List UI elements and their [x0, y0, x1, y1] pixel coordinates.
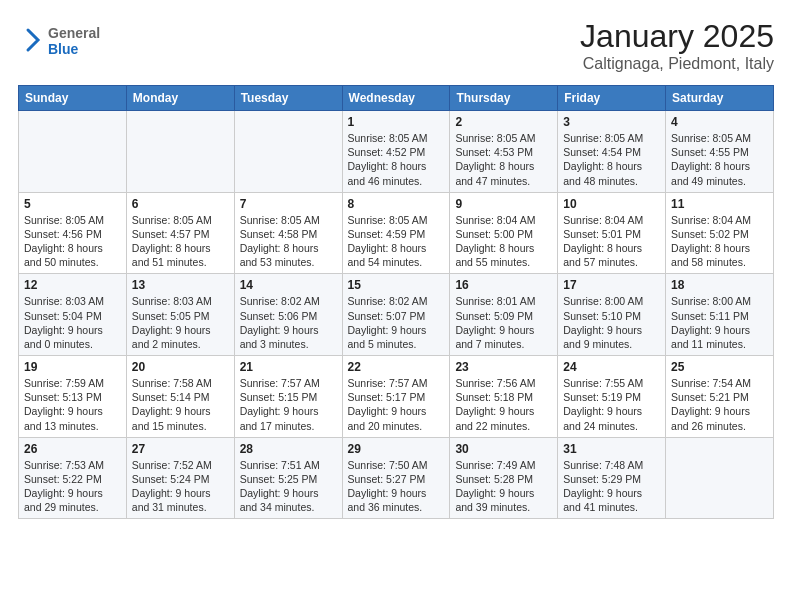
week-row-2: 5Sunrise: 8:05 AMSunset: 4:56 PMDaylight… — [19, 192, 774, 274]
weekday-header-monday: Monday — [126, 86, 234, 111]
day-cell-31: 31Sunrise: 7:48 AMSunset: 5:29 PMDayligh… — [558, 437, 666, 519]
day-number: 15 — [348, 278, 445, 292]
day-number: 12 — [24, 278, 121, 292]
day-info: Sunrise: 7:54 AMSunset: 5:21 PMDaylight:… — [671, 376, 768, 433]
day-cell-24: 24Sunrise: 7:55 AMSunset: 5:19 PMDayligh… — [558, 356, 666, 438]
day-info: Sunrise: 7:59 AMSunset: 5:13 PMDaylight:… — [24, 376, 121, 433]
day-cell-10: 10Sunrise: 8:04 AMSunset: 5:01 PMDayligh… — [558, 192, 666, 274]
day-number: 28 — [240, 442, 337, 456]
day-cell-4: 4Sunrise: 8:05 AMSunset: 4:55 PMDaylight… — [666, 111, 774, 193]
day-number: 8 — [348, 197, 445, 211]
day-number: 19 — [24, 360, 121, 374]
week-row-5: 26Sunrise: 7:53 AMSunset: 5:22 PMDayligh… — [19, 437, 774, 519]
day-cell-15: 15Sunrise: 8:02 AMSunset: 5:07 PMDayligh… — [342, 274, 450, 356]
day-cell-8: 8Sunrise: 8:05 AMSunset: 4:59 PMDaylight… — [342, 192, 450, 274]
day-number: 18 — [671, 278, 768, 292]
day-info: Sunrise: 7:53 AMSunset: 5:22 PMDaylight:… — [24, 458, 121, 515]
day-info: Sunrise: 8:05 AMSunset: 4:58 PMDaylight:… — [240, 213, 337, 270]
weekday-header-wednesday: Wednesday — [342, 86, 450, 111]
weekday-header-tuesday: Tuesday — [234, 86, 342, 111]
day-cell-30: 30Sunrise: 7:49 AMSunset: 5:28 PMDayligh… — [450, 437, 558, 519]
day-cell-27: 27Sunrise: 7:52 AMSunset: 5:24 PMDayligh… — [126, 437, 234, 519]
empty-cell — [666, 437, 774, 519]
day-cell-1: 1Sunrise: 8:05 AMSunset: 4:52 PMDaylight… — [342, 111, 450, 193]
day-number: 26 — [24, 442, 121, 456]
day-info: Sunrise: 8:05 AMSunset: 4:52 PMDaylight:… — [348, 131, 445, 188]
day-cell-28: 28Sunrise: 7:51 AMSunset: 5:25 PMDayligh… — [234, 437, 342, 519]
day-cell-9: 9Sunrise: 8:04 AMSunset: 5:00 PMDaylight… — [450, 192, 558, 274]
day-info: Sunrise: 7:50 AMSunset: 5:27 PMDaylight:… — [348, 458, 445, 515]
weekday-header-saturday: Saturday — [666, 86, 774, 111]
day-info: Sunrise: 8:01 AMSunset: 5:09 PMDaylight:… — [455, 294, 552, 351]
day-cell-22: 22Sunrise: 7:57 AMSunset: 5:17 PMDayligh… — [342, 356, 450, 438]
day-number: 22 — [348, 360, 445, 374]
day-info: Sunrise: 8:05 AMSunset: 4:53 PMDaylight:… — [455, 131, 552, 188]
logo-svg: General Blue — [18, 18, 128, 62]
day-info: Sunrise: 7:56 AMSunset: 5:18 PMDaylight:… — [455, 376, 552, 433]
week-row-4: 19Sunrise: 7:59 AMSunset: 5:13 PMDayligh… — [19, 356, 774, 438]
day-info: Sunrise: 8:04 AMSunset: 5:02 PMDaylight:… — [671, 213, 768, 270]
weekday-row: SundayMondayTuesdayWednesdayThursdayFrid… — [19, 86, 774, 111]
calendar-header: SundayMondayTuesdayWednesdayThursdayFrid… — [19, 86, 774, 111]
day-number: 17 — [563, 278, 660, 292]
svg-text:General: General — [48, 25, 100, 41]
day-info: Sunrise: 8:04 AMSunset: 5:01 PMDaylight:… — [563, 213, 660, 270]
day-info: Sunrise: 8:04 AMSunset: 5:00 PMDaylight:… — [455, 213, 552, 270]
day-info: Sunrise: 7:57 AMSunset: 5:17 PMDaylight:… — [348, 376, 445, 433]
day-number: 31 — [563, 442, 660, 456]
day-cell-17: 17Sunrise: 8:00 AMSunset: 5:10 PMDayligh… — [558, 274, 666, 356]
title-block: January 2025 Caltignaga, Piedmont, Italy — [580, 18, 774, 73]
day-cell-18: 18Sunrise: 8:00 AMSunset: 5:11 PMDayligh… — [666, 274, 774, 356]
month-title: January 2025 — [580, 18, 774, 55]
day-number: 6 — [132, 197, 229, 211]
day-number: 21 — [240, 360, 337, 374]
day-info: Sunrise: 7:52 AMSunset: 5:24 PMDaylight:… — [132, 458, 229, 515]
day-cell-16: 16Sunrise: 8:01 AMSunset: 5:09 PMDayligh… — [450, 274, 558, 356]
day-cell-14: 14Sunrise: 8:02 AMSunset: 5:06 PMDayligh… — [234, 274, 342, 356]
day-info: Sunrise: 8:00 AMSunset: 5:11 PMDaylight:… — [671, 294, 768, 351]
day-number: 13 — [132, 278, 229, 292]
day-number: 25 — [671, 360, 768, 374]
page: General Blue January 2025 Caltignaga, Pi… — [0, 0, 792, 612]
day-number: 27 — [132, 442, 229, 456]
day-number: 23 — [455, 360, 552, 374]
day-number: 24 — [563, 360, 660, 374]
day-cell-20: 20Sunrise: 7:58 AMSunset: 5:14 PMDayligh… — [126, 356, 234, 438]
day-cell-5: 5Sunrise: 8:05 AMSunset: 4:56 PMDaylight… — [19, 192, 127, 274]
day-info: Sunrise: 8:05 AMSunset: 4:57 PMDaylight:… — [132, 213, 229, 270]
day-info: Sunrise: 8:05 AMSunset: 4:55 PMDaylight:… — [671, 131, 768, 188]
day-info: Sunrise: 7:58 AMSunset: 5:14 PMDaylight:… — [132, 376, 229, 433]
day-cell-13: 13Sunrise: 8:03 AMSunset: 5:05 PMDayligh… — [126, 274, 234, 356]
day-info: Sunrise: 7:51 AMSunset: 5:25 PMDaylight:… — [240, 458, 337, 515]
calendar: SundayMondayTuesdayWednesdayThursdayFrid… — [18, 85, 774, 519]
week-row-3: 12Sunrise: 8:03 AMSunset: 5:04 PMDayligh… — [19, 274, 774, 356]
day-number: 4 — [671, 115, 768, 129]
weekday-header-friday: Friday — [558, 86, 666, 111]
day-info: Sunrise: 8:00 AMSunset: 5:10 PMDaylight:… — [563, 294, 660, 351]
day-cell-19: 19Sunrise: 7:59 AMSunset: 5:13 PMDayligh… — [19, 356, 127, 438]
day-info: Sunrise: 8:02 AMSunset: 5:06 PMDaylight:… — [240, 294, 337, 351]
day-info: Sunrise: 7:49 AMSunset: 5:28 PMDaylight:… — [455, 458, 552, 515]
empty-cell — [234, 111, 342, 193]
logo-text: General Blue — [18, 18, 128, 66]
day-cell-21: 21Sunrise: 7:57 AMSunset: 5:15 PMDayligh… — [234, 356, 342, 438]
day-info: Sunrise: 8:05 AMSunset: 4:59 PMDaylight:… — [348, 213, 445, 270]
day-number: 14 — [240, 278, 337, 292]
day-number: 3 — [563, 115, 660, 129]
day-number: 9 — [455, 197, 552, 211]
day-number: 30 — [455, 442, 552, 456]
day-number: 1 — [348, 115, 445, 129]
svg-text:Blue: Blue — [48, 41, 79, 57]
day-number: 11 — [671, 197, 768, 211]
day-number: 5 — [24, 197, 121, 211]
day-cell-3: 3Sunrise: 8:05 AMSunset: 4:54 PMDaylight… — [558, 111, 666, 193]
day-cell-29: 29Sunrise: 7:50 AMSunset: 5:27 PMDayligh… — [342, 437, 450, 519]
logo: General Blue — [18, 18, 128, 66]
day-cell-12: 12Sunrise: 8:03 AMSunset: 5:04 PMDayligh… — [19, 274, 127, 356]
day-info: Sunrise: 7:55 AMSunset: 5:19 PMDaylight:… — [563, 376, 660, 433]
day-cell-26: 26Sunrise: 7:53 AMSunset: 5:22 PMDayligh… — [19, 437, 127, 519]
day-number: 10 — [563, 197, 660, 211]
day-info: Sunrise: 8:03 AMSunset: 5:05 PMDaylight:… — [132, 294, 229, 351]
day-info: Sunrise: 7:57 AMSunset: 5:15 PMDaylight:… — [240, 376, 337, 433]
header: General Blue January 2025 Caltignaga, Pi… — [18, 18, 774, 73]
